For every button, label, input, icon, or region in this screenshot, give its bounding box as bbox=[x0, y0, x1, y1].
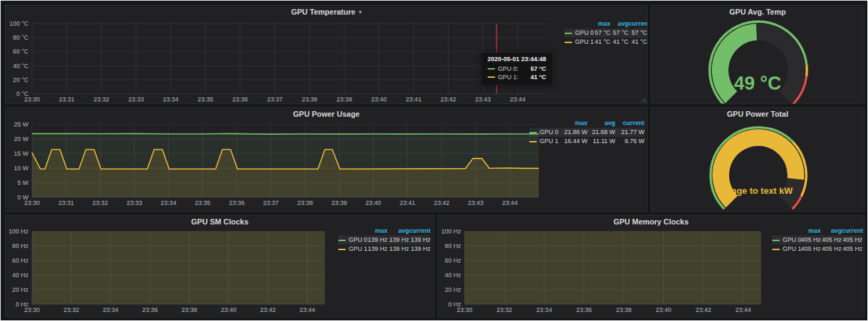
svg-text:23:34: 23:34 bbox=[103, 306, 119, 313]
legend-row-gpu1: GPU 1 139 Hz 139 Hz 139 Hz bbox=[338, 245, 431, 254]
temperature-chart-canvas[interactable]: 100 °C80 °C60 °C40 °C20 °C0 °C23:3023:31… bbox=[6, 21, 554, 104]
panel-resize-handle[interactable] bbox=[640, 97, 646, 102]
legend-value: 57 °C bbox=[628, 28, 647, 38]
legend-header-current[interactable]: current bbox=[842, 227, 862, 236]
power-legend: max avg current GPU 0 21.86 W 21.68 W 21… bbox=[529, 119, 644, 146]
svg-text:20 W: 20 W bbox=[14, 135, 29, 142]
svg-text:23:41: 23:41 bbox=[399, 199, 415, 206]
legend-series-gpu1[interactable]: GPU 1 bbox=[565, 38, 592, 47]
crosshair-tooltip: 2020-05-01 23:44:48 GPU 0: 57 °C GPU 1: … bbox=[481, 52, 553, 85]
panel-title-gpu-power-total[interactable]: GPU Power Total bbox=[651, 108, 864, 120]
legend-value: 139 Hz bbox=[366, 236, 387, 245]
legend-header-max[interactable]: max bbox=[558, 119, 587, 128]
panel-title-gpu-avg-temp[interactable]: GPU Avg. Temp bbox=[651, 6, 864, 18]
series-color-dash bbox=[565, 42, 572, 43]
svg-text:100 Hz: 100 Hz bbox=[441, 228, 461, 235]
svg-text:20 Hz: 20 Hz bbox=[12, 286, 28, 293]
svg-text:23:30: 23:30 bbox=[24, 306, 40, 313]
svg-text:23:33: 23:33 bbox=[128, 96, 144, 103]
legend-row-gpu0: GPU 0 57 °C 57 °C 57 °C bbox=[565, 28, 647, 38]
legend-header-avg[interactable]: avg bbox=[387, 227, 409, 236]
svg-text:40 Hz: 40 Hz bbox=[444, 272, 461, 279]
svg-text:60 Hz: 60 Hz bbox=[12, 257, 28, 264]
svg-text:23:42: 23:42 bbox=[260, 306, 276, 313]
svg-text:40 Hz: 40 Hz bbox=[12, 272, 28, 279]
svg-text:23:40: 23:40 bbox=[365, 199, 381, 206]
legend-header-current[interactable]: current bbox=[628, 19, 647, 28]
legend-series-gpu0[interactable]: GPU 0 bbox=[529, 128, 558, 137]
power-chart-canvas[interactable]: 25 W20 W15 W10 W5 W0 W23:3023:3123:3223:… bbox=[6, 120, 554, 209]
avg-temp-gauge-value: 49 °C bbox=[651, 73, 864, 94]
svg-text:23:34: 23:34 bbox=[163, 96, 179, 103]
svg-text:23:40: 23:40 bbox=[656, 306, 671, 313]
svg-text:80 Hz: 80 Hz bbox=[12, 242, 28, 249]
legend-header-avg[interactable]: avg bbox=[587, 119, 615, 128]
legend-header-current[interactable]: current bbox=[409, 227, 431, 236]
legend-value: 139 Hz bbox=[366, 245, 387, 254]
legend-row-gpu0: GPU 0 21.86 W 21.68 W 21.77 W bbox=[529, 128, 644, 137]
chevron-down-icon: ▾ bbox=[359, 9, 362, 15]
legend-value: 16.44 W bbox=[558, 137, 587, 146]
legend-row-gpu1: GPU 1 405 Hz 405 Hz 405 Hz bbox=[772, 245, 862, 254]
svg-text:60 °C: 60 °C bbox=[12, 48, 28, 55]
legend-header-max[interactable]: max bbox=[366, 227, 387, 236]
svg-text:23:44: 23:44 bbox=[735, 306, 751, 313]
svg-text:5 W: 5 W bbox=[17, 179, 29, 186]
legend-series-gpu1[interactable]: GPU 1 bbox=[529, 137, 558, 146]
svg-text:23:44: 23:44 bbox=[510, 96, 526, 103]
svg-text:20 Hz: 20 Hz bbox=[444, 286, 461, 293]
panel-gpu-power-total: GPU Power Total range to text kW bbox=[651, 107, 865, 212]
svg-text:23:41: 23:41 bbox=[406, 96, 422, 103]
panel-title-text: GPU Memory Clocks bbox=[613, 217, 688, 226]
legend-value: 139 Hz bbox=[409, 245, 431, 254]
panel-title-gpu-temperature[interactable]: GPU Temperature ▾ bbox=[6, 6, 647, 18]
legend-series-gpu0[interactable]: GPU 0 bbox=[565, 28, 592, 38]
legend-header-current[interactable]: current bbox=[615, 119, 644, 128]
tooltip-timestamp: 2020-05-01 23:44:48 bbox=[487, 56, 546, 63]
svg-text:23:36: 23:36 bbox=[142, 306, 158, 313]
legend-header-row: max avg current bbox=[338, 227, 431, 236]
series-color-dash bbox=[338, 249, 346, 250]
svg-text:40 °C: 40 °C bbox=[12, 63, 28, 69]
svg-text:20 °C: 20 °C bbox=[12, 76, 28, 83]
svg-text:23:30: 23:30 bbox=[457, 306, 473, 313]
series-color-dash bbox=[772, 240, 780, 241]
legend-row-gpu0: GPU 0 405 Hz 405 Hz 405 Hz bbox=[772, 236, 862, 245]
legend-header-max[interactable]: max bbox=[592, 19, 610, 28]
legend-value: 57 °C bbox=[610, 28, 628, 38]
series-color-dash bbox=[529, 132, 537, 133]
svg-text:23:44: 23:44 bbox=[502, 199, 518, 206]
legend-value: 405 Hz bbox=[842, 245, 862, 254]
legend-value: 21.68 W bbox=[587, 128, 615, 137]
legend-series-gpu1[interactable]: GPU 1 bbox=[338, 245, 366, 254]
legend-value: 21.86 W bbox=[558, 128, 587, 137]
svg-text:23:36: 23:36 bbox=[229, 199, 245, 206]
svg-text:23:31: 23:31 bbox=[58, 199, 74, 206]
svg-text:23:42: 23:42 bbox=[434, 199, 450, 206]
svg-text:100 °C: 100 °C bbox=[9, 21, 28, 27]
legend-value: 57 °C bbox=[592, 28, 610, 38]
legend-header-max[interactable]: max bbox=[800, 227, 821, 236]
legend-series-gpu1[interactable]: GPU 1 bbox=[772, 245, 800, 254]
svg-text:23:30: 23:30 bbox=[24, 199, 40, 206]
svg-text:23:37: 23:37 bbox=[267, 96, 283, 103]
svg-text:23:37: 23:37 bbox=[263, 199, 279, 206]
legend-value: 139 Hz bbox=[387, 236, 409, 245]
legend-header-avg[interactable]: avg bbox=[610, 19, 628, 28]
svg-text:23:42: 23:42 bbox=[440, 96, 456, 103]
svg-text:23:32: 23:32 bbox=[94, 96, 110, 103]
power-total-gauge bbox=[651, 120, 865, 212]
svg-text:23:44: 23:44 bbox=[299, 306, 315, 313]
svg-text:10 W: 10 W bbox=[14, 165, 29, 172]
panel-title-text: GPU SM Clocks bbox=[191, 217, 249, 226]
legend-series-gpu0[interactable]: GPU 0 bbox=[772, 236, 800, 245]
legend-value: 41 °C bbox=[610, 38, 628, 47]
svg-text:23:38: 23:38 bbox=[181, 306, 197, 313]
legend-header-avg[interactable]: avg bbox=[821, 227, 842, 236]
legend-series-gpu0[interactable]: GPU 0 bbox=[338, 236, 366, 245]
svg-text:23:40: 23:40 bbox=[371, 96, 387, 103]
svg-text:23:30: 23:30 bbox=[24, 96, 40, 103]
series-color-dash bbox=[338, 240, 346, 241]
legend-row-gpu1: GPU 1 16.44 W 11.11 W 9.76 W bbox=[529, 137, 644, 146]
memory-clocks-legend: max avg current GPU 0 405 Hz 405 Hz 405 … bbox=[772, 227, 862, 254]
